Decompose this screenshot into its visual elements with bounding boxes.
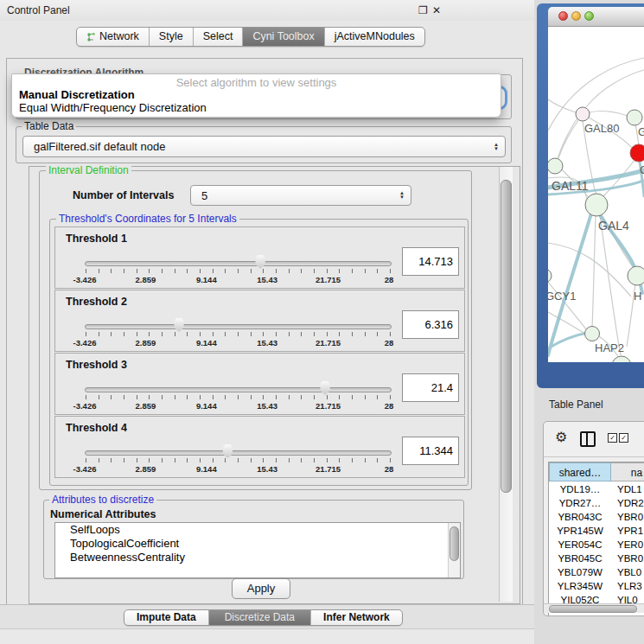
table-panel: ⚙ ✓ ✓ shared… na YDL19…YDL1YDR27…YDR2YBR… [543,421,644,616]
network-canvas[interactable]: GAL80 GA C GAL11 GAL4 H GCY1 HAP2 [548,27,644,362]
network-node-hap2[interactable] [585,327,600,341]
node-label-gal11: GAL11 [552,179,589,193]
attribute-list-item[interactable]: TopologicalCoefficient [55,537,460,551]
table-row[interactable]: YBL079WYBL0 [549,565,644,579]
cell-name[interactable]: YBR0 [617,510,643,524]
network-node-partial-right[interactable] [628,266,644,285]
column-header-name[interactable]: na [611,462,644,481]
network-node-red[interactable] [630,144,644,162]
tab-style[interactable]: Style [149,28,193,46]
attributes-group-title: Attributes to discretize [49,494,156,506]
cell-name[interactable]: YLR3 [617,579,642,593]
settings-vertical-scrollbar[interactable] [499,167,513,602]
table-row[interactable]: YDR27…YDR2 [549,496,644,510]
close-window-icon[interactable] [558,11,568,21]
threshold-1-slider-track[interactable] [85,261,392,266]
thresholds-group-title: Threshold's Coordinates for 5 Intervals [56,214,239,225]
table-panel-toolbar: ⚙ ✓ ✓ [544,422,644,457]
select-none-checkbox-icon[interactable]: ✓ [619,433,628,443]
network-node-gal80[interactable] [576,107,590,121]
attribute-list-item[interactable]: SelfLoops [55,523,460,537]
table-data-combobox[interactable]: galFiltered.sif default node ▲▼ [22,136,506,157]
control-panel-tabbar: Network Style Select Cyni Toolbox jActiv… [76,27,425,47]
slider-tick-label: 28 [359,275,419,284]
cell-shared-name[interactable]: YDL19… [549,482,611,496]
node-label-partial-red: C [640,163,644,176]
zoom-window-icon[interactable] [584,11,594,21]
minimize-window-icon[interactable] [571,11,581,21]
apply-button[interactable]: Apply [232,578,290,599]
dropdown-item-manual-discretization[interactable]: Manual Discretization [19,88,135,101]
tab-network[interactable]: Network [77,28,149,46]
network-node-gal4[interactable] [585,194,608,216]
network-window-titlebar[interactable] [548,7,644,27]
cell-shared-name[interactable]: YER054C [549,538,611,552]
table-hscrollbar-thumb[interactable] [549,605,637,613]
tab-discretize-data[interactable]: Discretize Data [208,610,310,625]
tab-infer-network[interactable]: Infer Network [310,610,402,625]
columns-icon[interactable] [580,431,596,447]
threshold-2-slider-track[interactable] [85,324,392,329]
attribute-list-item[interactable]: BetweennessCentrality [55,551,460,564]
network-view-window[interactable]: GAL80 GA C GAL11 GAL4 H GCY1 HAP2 [537,3,644,388]
cell-name[interactable]: YPR1 [617,524,643,538]
cell-shared-name[interactable]: YBR045C [549,552,611,565]
cell-name[interactable]: YBL0 [617,565,641,579]
cell-name[interactable]: YER0 [617,538,643,552]
table-row[interactable]: YPR145WYPR1 [549,524,644,538]
column-header-shared-name[interactable]: shared… [549,462,611,481]
network-node-gal11[interactable] [548,158,563,174]
threshold-1-value-field[interactable]: 14.713 [402,247,459,276]
table-row[interactable]: YLR345WYLR3 [549,579,644,593]
cell-name[interactable]: YDL1 [617,482,642,496]
dropdown-item-equal-width[interactable]: Equal Width/Frequency Discretization [19,101,207,114]
cytoscape-desktop: GAL80 GA C GAL11 GAL4 H GCY1 HAP2 Table … [534,0,644,644]
threshold-3-value-field[interactable]: 21.4 [402,373,459,402]
threshold-2-value-field[interactable]: 6.316 [402,310,459,339]
threshold-3-slider-thumb[interactable] [319,380,331,395]
tab-jactivemnodules[interactable]: jActiveMNodules [324,28,424,46]
table-row[interactable]: YBR045CYBR0 [549,552,644,565]
cell-shared-name[interactable]: YPR145W [549,524,611,538]
table-row[interactable]: YDL19…YDL1 [549,482,644,496]
close-panel-icon[interactable]: ✕ [432,4,441,16]
dropdown-hint-item[interactable]: Select algorithm to view settings [12,76,501,89]
tab-select[interactable]: Select [193,28,243,46]
threshold-4-value-field[interactable]: 11.344 [402,437,459,465]
threshold-row-2: Threshold 2 -3.4262.8599.14415.4321.7152… [54,290,465,352]
numerical-attributes-list[interactable]: SelfLoopsTopologicalCoefficientBetweenne… [54,522,461,578]
slider-tick-label: 21.715 [298,464,359,474]
attributes-list-scrollbar-thumb[interactable] [450,526,459,561]
cell-name[interactable]: YBR0 [617,552,643,565]
threshold-1-slider-thumb[interactable] [254,254,266,269]
cell-shared-name[interactable]: YBR043C [549,510,611,524]
cell-shared-name[interactable]: YLR345W [549,579,611,593]
threshold-4-slider-thumb[interactable] [221,443,233,458]
cell-shared-name[interactable]: YBL079W [549,565,611,579]
settings-scrollbar-thumb[interactable] [501,180,512,493]
network-node-partial-top[interactable] [627,110,642,125]
tab-select-label: Select [203,28,233,46]
threshold-4-slider-track[interactable] [85,450,392,456]
network-node-partial-bottom[interactable] [612,356,631,362]
number-of-intervals-combobox[interactable]: 5 ▲▼ [190,185,411,206]
tab-cyni-toolbox[interactable]: Cyni Toolbox [242,28,323,46]
slider-tick-label: 28 [359,464,419,474]
select-all-checkbox-icon[interactable]: ✓ [608,433,617,443]
table-horizontal-scrollbar[interactable] [544,603,644,613]
cell-name[interactable]: YDR2 [617,496,644,510]
threshold-3-slider-track[interactable] [85,387,392,392]
slider-tick-label: 9.144 [176,338,237,348]
slider-tick-label: 15.43 [237,464,297,474]
network-node-gcy1[interactable] [548,269,552,283]
bottom-bar-lower [0,628,534,644]
cell-shared-name[interactable]: YDR27… [549,496,611,510]
control-panel-titlebar: Control Panel ❐ ✕ [0,0,534,21]
table-row[interactable]: YER054CYER0 [549,538,644,552]
gear-icon[interactable]: ⚙ [555,429,567,445]
tab-impute-data[interactable]: Impute Data [124,610,208,625]
threshold-2-slider-thumb[interactable] [173,317,185,332]
table-row[interactable]: YBR043CYBR0 [549,510,644,524]
attributes-list-scrollbar[interactable] [448,523,460,577]
float-panel-icon[interactable]: ❐ [418,4,428,16]
